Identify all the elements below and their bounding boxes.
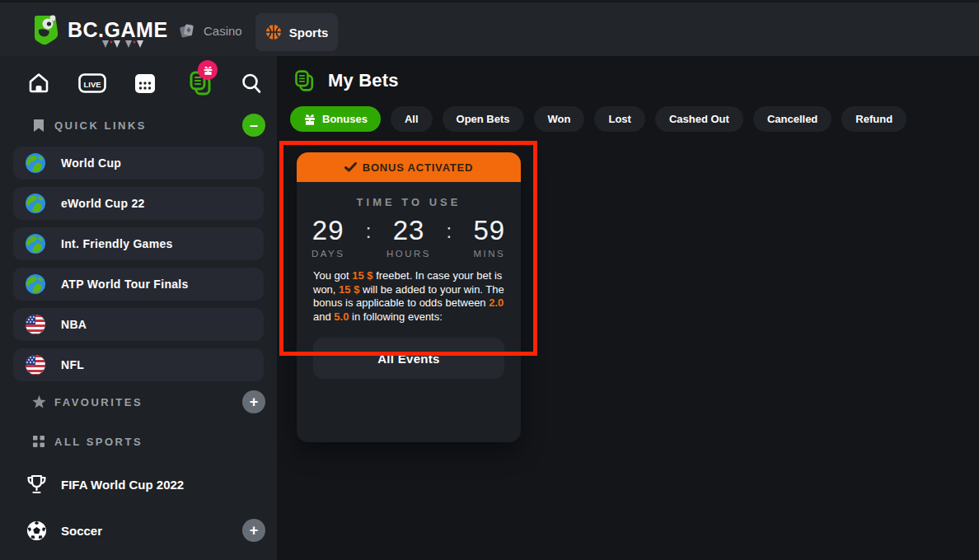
all-events-button[interactable]: All Events <box>313 338 504 379</box>
filter-chip-all[interactable]: All <box>391 106 433 132</box>
all-sports-header-row: ALL SPORTS <box>0 430 277 453</box>
filter-chips: Bonuses All Open Bets Won Lost Cashed Ou… <box>290 106 906 132</box>
tab-sports[interactable]: Sports <box>255 13 338 51</box>
bonus-description: You got 15 $ freebet. In case your bet i… <box>313 269 504 324</box>
countdown-days: 29 DAYS <box>297 215 359 259</box>
quick-links-header-row: QUICK LINKS – <box>0 114 277 137</box>
globe-icon <box>25 152 46 174</box>
sidebar-item-label: Soccer <box>61 524 102 538</box>
globe-icon <box>25 233 46 254</box>
quick-links-header: QUICK LINKS <box>54 119 147 132</box>
sidebar-item-fifa-world-cup[interactable]: FIFA World Cup 2022 <box>0 471 277 497</box>
calendar-icon[interactable] <box>131 69 159 97</box>
casino-cards-icon <box>178 21 196 40</box>
globe-icon <box>25 273 46 295</box>
countdown-hours: 23 HOURS <box>377 215 440 259</box>
page-header: My Bets <box>293 69 399 92</box>
page-title: My Bets <box>328 70 399 91</box>
bonus-card: BONUS ACTIVATED TIME TO USE 29 DAYS : 23… <box>297 152 521 442</box>
add-favourite-button[interactable]: + <box>242 390 265 413</box>
home-icon[interactable] <box>25 69 53 97</box>
main-content: My Bets Bonuses All Open Bets Won Lost C… <box>277 56 979 560</box>
timer-title: TIME TO USE <box>297 196 521 208</box>
tab-casino-label: Casino <box>204 24 242 38</box>
quick-link-eworld-cup-22[interactable]: eWorld Cup 22 <box>13 187 264 220</box>
quick-link-nfl[interactable]: NFL <box>13 348 264 381</box>
quick-link-int-friendly-games[interactable]: Int. Friendly Games <box>13 227 264 260</box>
sidebar-nav-icons: LIVE <box>0 69 277 97</box>
all-sports-header: ALL SPORTS <box>54 436 143 448</box>
brand-name: BC.GAME <box>68 18 168 42</box>
basketball-icon <box>265 24 282 40</box>
favourites-header: FAVOURITES <box>54 396 143 408</box>
bcgame-logo-icon <box>28 13 61 46</box>
my-bets-page-icon <box>293 69 316 92</box>
star-icon <box>31 395 46 408</box>
quick-link-nba[interactable]: NBA <box>13 308 264 341</box>
countdown-timer: 29 DAYS : 23 HOURS : 59 MINS <box>297 215 521 259</box>
tab-casino[interactable]: Casino <box>178 2 242 58</box>
bcgame-logo[interactable]: BC.GAME <box>28 13 168 46</box>
filter-chip-lost[interactable]: Lost <box>594 106 644 132</box>
filter-chip-cancelled[interactable]: Cancelled <box>753 106 831 132</box>
us-flag-icon <box>25 354 46 376</box>
favourites-header-row: FAVOURITES + <box>0 390 277 413</box>
countdown-mins: 59 MINS <box>458 215 521 259</box>
bonus-status-label: BONUS ACTIVATED <box>363 161 474 174</box>
svg-text:LIVE: LIVE <box>83 80 101 89</box>
sidebar-item-label: FIFA World Cup 2022 <box>61 478 184 492</box>
filter-chip-won[interactable]: Won <box>534 106 585 132</box>
soccer-ball-icon <box>25 520 48 541</box>
sidebar-item-soccer[interactable]: Soccer + <box>0 517 277 544</box>
bunting-decoration <box>101 40 148 50</box>
bonus-status-banner: BONUS ACTIVATED <box>297 152 521 182</box>
expand-soccer-button[interactable]: + <box>242 519 265 542</box>
collapse-quick-links-button[interactable]: – <box>242 114 265 137</box>
topbar: BC.GAME Casino <box>0 0 979 56</box>
quick-link-atp-world-tour-finals[interactable]: ATP World Tour Finals <box>13 268 264 301</box>
tab-sports-label: Sports <box>289 26 329 40</box>
filter-chip-refund[interactable]: Refund <box>841 106 906 132</box>
filter-chip-bonuses[interactable]: Bonuses <box>290 106 381 132</box>
globe-icon <box>25 193 46 214</box>
quick-links-list: World Cup eWorld Cup 22 Int. Friendly Ga… <box>13 147 264 389</box>
quick-link-world-cup[interactable]: World Cup <box>13 147 264 180</box>
sidebar: LIVE <box>0 56 277 560</box>
filter-chip-cashed-out[interactable]: Cashed Out <box>655 106 743 132</box>
filter-chip-open-bets[interactable]: Open Bets <box>443 106 524 132</box>
us-flag-icon <box>25 314 46 335</box>
gift-icon <box>303 113 316 126</box>
countdown-separator: : <box>359 215 377 243</box>
check-icon <box>344 162 357 172</box>
countdown-separator: : <box>440 215 458 243</box>
live-icon[interactable]: LIVE <box>78 69 106 97</box>
promo-badge <box>198 60 218 80</box>
grid-icon <box>31 436 46 447</box>
trophy-icon <box>25 474 48 495</box>
search-icon[interactable] <box>237 69 265 97</box>
bookmark-icon <box>31 119 46 133</box>
